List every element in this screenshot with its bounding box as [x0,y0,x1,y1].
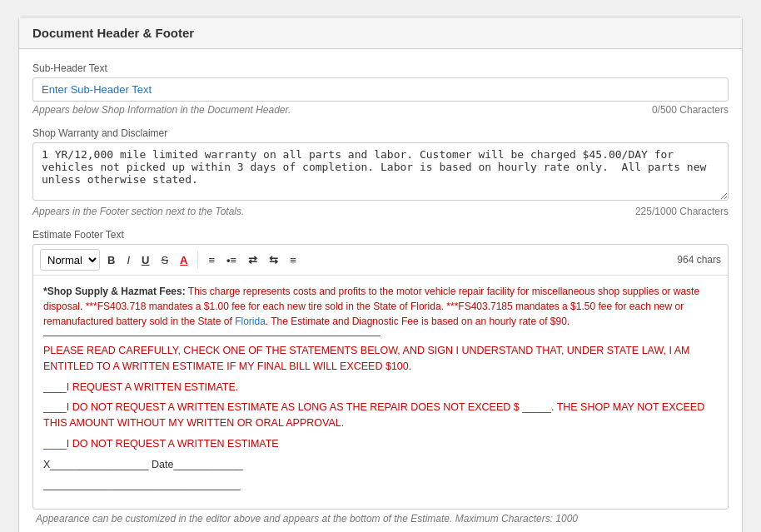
indent-increase-button[interactable]: ⇆ [265,249,282,271]
style-select[interactable]: Normal [40,249,100,271]
estimate-footer-label: Estimate Footer Text [32,229,729,241]
sub-header-label: Sub-Header Text [32,62,729,74]
no-request-line: ____I DO NOT REQUEST A WRITTEN ESTIMATE … [43,400,718,431]
read-carefully-line: PLEASE READ CAREFULLY, CHECK ONE OF THE … [43,343,718,375]
card-title: Document Header & Footer [19,17,742,49]
document-header-footer-card: Document Header & Footer Sub-Header Text… [18,17,743,532]
editor-content-area[interactable]: *Shop Supply & Hazmat Fees: This charge … [33,276,728,509]
rich-text-editor: Normal B I U S A ≡ •≡ ⇄ ⇆ ≡ 964 chars *S… [32,244,729,510]
sub-header-char-count: 0/500 Characters [652,104,729,116]
shop-supply-label: *Shop Supply & Hazmat Fees: [43,286,186,297]
bold-button[interactable]: B [103,249,119,271]
indent-decrease-button[interactable]: ⇄ [244,249,261,271]
unordered-list-button[interactable]: •≡ [222,249,241,271]
warranty-textarea[interactable]: 1 YR/12,000 mile limited warranty on all… [32,142,729,201]
strikethrough-button[interactable]: S [157,249,172,271]
italic-button[interactable]: I [122,249,134,271]
ordered-list-button[interactable]: ≡ [204,249,219,271]
warranty-label: Shop Warranty and Disclaimer [32,127,729,139]
underline-signature-line: __________________________________ [43,477,718,493]
underline-button[interactable]: U [137,249,153,271]
font-color-button[interactable]: A [176,249,191,271]
no-request-line2: ____I DO NOT REQUEST A WRITTEN ESTIMATE [43,436,718,452]
warranty-hint-left: Appears in the Footer section next to th… [32,206,244,217]
divider-line [43,336,380,336]
sub-header-input[interactable] [32,77,729,102]
align-button[interactable]: ≡ [286,249,301,271]
toolbar-separator-1 [197,251,198,268]
warranty-char-count: 225/1000 Characters [635,206,729,217]
sub-header-hint-left: Appears below Shop Information in the Do… [32,104,291,116]
request-estimate-line: ____I REQUEST A WRITTEN ESTIMATE. [43,380,718,395]
editor-toolbar: Normal B I U S A ≡ •≡ ⇄ ⇆ ≡ 964 chars [33,245,728,276]
char-count: 964 chars [677,254,721,266]
editor-footer-hint: Appearance can be customized in the edit… [32,513,729,525]
signature-line: X_________________ Date____________ [43,457,718,473]
